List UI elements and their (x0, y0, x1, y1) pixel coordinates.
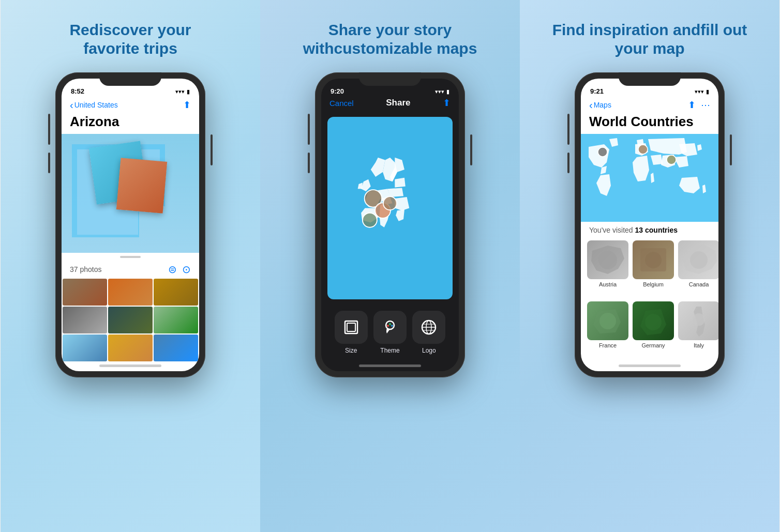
status-icons-3: ▾▾▾ ▮ (695, 88, 709, 95)
country-photo-belgium (633, 240, 674, 279)
panel-share: Share your story withcustomizable maps 9… (260, 0, 520, 532)
country-photo-italy (678, 301, 718, 340)
photo-cell-7[interactable] (63, 335, 107, 361)
country-card-austria[interactable]: Austria (587, 240, 628, 297)
belgium-label: Belgium (643, 281, 664, 287)
photo-cell-5[interactable] (108, 307, 153, 333)
panel2-title: Share your story withcustomizable maps (276, 21, 504, 58)
photos-count-label: 37 photos (70, 265, 102, 273)
more-icon[interactable]: ⊙ (182, 263, 191, 276)
country4-label: France (599, 342, 617, 348)
vol-down-1 (48, 153, 50, 173)
page-heading-3: World Countries (581, 114, 718, 134)
country-photo-austria (587, 240, 628, 279)
svg-rect-11 (347, 323, 355, 331)
country-grid: Austria Belgium (581, 236, 718, 362)
back-button-3[interactable]: Maps (589, 100, 611, 110)
home-indicator-3 (619, 364, 681, 367)
photo-cell-1[interactable] (63, 279, 107, 306)
panel1-title: Rediscover yourfavorite trips (69, 21, 191, 58)
europe-map-preview (327, 117, 453, 299)
country-card-italy[interactable]: Italy (678, 301, 718, 358)
visited-text: You've visited 13 countries (581, 222, 718, 236)
country-card-belgium[interactable]: Belgium (633, 240, 674, 297)
size-label: Size (345, 347, 357, 354)
home-indicator-2 (359, 364, 421, 367)
country5-shape-svg (633, 301, 674, 340)
theme-icon (373, 311, 407, 344)
photo-card-2 (116, 158, 167, 213)
country-photo-4 (587, 301, 628, 340)
vol-up-3 (567, 124, 569, 145)
svg-point-32 (645, 314, 662, 330)
more-button-3[interactable]: ⋯ (701, 99, 710, 111)
status-time-3: 9:21 (590, 87, 604, 95)
svg-point-30 (690, 251, 708, 269)
status-icons-1: ▾▾▾ ▮ (175, 88, 190, 95)
svg-point-27 (598, 251, 617, 269)
vol-down-2 (308, 153, 310, 173)
battery-icon-3: ▮ (706, 88, 709, 95)
share-button-3[interactable]: ⬆ (688, 99, 696, 111)
svg-point-29 (645, 252, 662, 268)
svg-point-13 (387, 325, 389, 327)
arizona-map (62, 134, 199, 253)
share-nav: Cancel Share ⬆ (321, 97, 459, 113)
status-icons-2: ▾▾▾ ▮ (435, 88, 449, 95)
photo-cell-4[interactable] (63, 307, 107, 333)
share-nav-title: Share (386, 98, 410, 108)
photos-actions: ⊜ ⊙ (168, 263, 191, 276)
wifi-icon-3: ▾▾▾ (695, 88, 704, 95)
wifi-icon-2: ▾▾▾ (435, 88, 444, 95)
size-icon-svg (343, 319, 359, 336)
country-card-canada[interactable]: Canada (678, 240, 718, 297)
visited-count: 13 countries (635, 226, 678, 234)
photos-count-bar: 37 photos ⊜ ⊙ (62, 261, 199, 278)
theme-icon-svg (382, 319, 398, 336)
size-option[interactable]: Size (335, 311, 368, 354)
photo-cell-8[interactable] (108, 335, 153, 361)
italy-label: Italy (694, 342, 704, 348)
europe-map-svg (327, 117, 453, 299)
share-button-1[interactable]: ⬆ (183, 99, 191, 111)
photo-cell-9[interactable] (154, 335, 198, 361)
logo-label: Logo (422, 347, 436, 354)
country-photo-canada (678, 240, 718, 279)
canada-shape-svg (678, 240, 718, 279)
power-button-1 (211, 134, 213, 165)
svg-point-15 (391, 325, 393, 327)
notch-3 (619, 72, 681, 86)
nav-actions-3: ⬆ ⋯ (688, 99, 710, 111)
logo-icon (412, 311, 445, 344)
power-button-3 (730, 134, 732, 165)
logo-option[interactable]: Logo (412, 311, 445, 354)
world-map-area (581, 134, 718, 222)
photo-cell-6[interactable] (154, 307, 198, 333)
theme-option[interactable]: Theme (373, 311, 407, 354)
country-card-4[interactable]: France (587, 301, 628, 358)
back-button-1[interactable]: United States (70, 100, 118, 110)
photo-cell-2[interactable] (108, 279, 153, 306)
photo-grid (62, 278, 199, 362)
austria-label: Austria (599, 281, 617, 287)
cancel-button[interactable]: Cancel (329, 99, 354, 108)
world-map-svg (581, 134, 718, 217)
share-action-button[interactable]: ⬆ (443, 97, 451, 109)
photo-cell-3[interactable] (154, 279, 198, 306)
power-button-2 (470, 134, 472, 165)
nav-bar-3: Maps ⬆ ⋯ (581, 97, 718, 114)
canada-label: Canada (689, 281, 709, 287)
vol-down-3 (567, 153, 569, 173)
svg-point-33 (693, 313, 705, 326)
italy-shape-svg (678, 301, 718, 340)
share-options: Size Theme (321, 303, 459, 362)
country5-label: Germany (641, 342, 665, 348)
phone-mockup-3: 9:21 ▾▾▾ ▮ Maps ⬆ ⋯ World Countries (575, 72, 725, 377)
page-heading-1: Arizona (62, 114, 199, 134)
svg-point-14 (389, 323, 391, 325)
list-icon[interactable]: ⊜ (168, 263, 177, 276)
phone-mockup-2: 9:20 ▾▾▾ ▮ Cancel Share ⬆ (315, 72, 465, 377)
country-card-5[interactable]: Germany (633, 301, 674, 358)
home-indicator-1 (99, 364, 161, 367)
panel-rediscover: Rediscover yourfavorite trips 8:52 ▾▾▾ ▮… (1, 0, 260, 532)
